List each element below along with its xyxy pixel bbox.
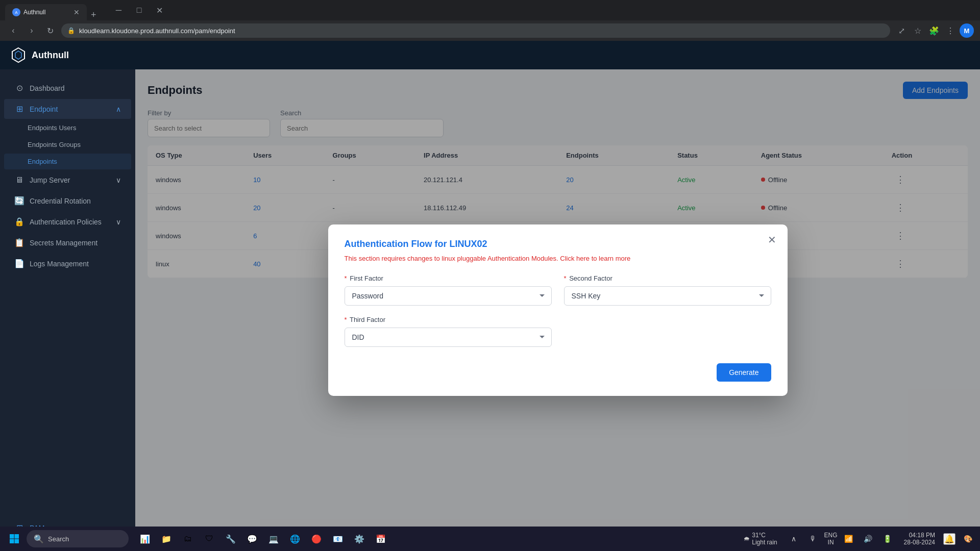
svg-rect-3 bbox=[15, 534, 19, 539]
taskbar-app-icon-1[interactable]: 🔴 bbox=[306, 529, 327, 549]
authentication-flow-modal: ✕ Authentication Flow for LINUX02 This s… bbox=[328, 224, 788, 396]
main-content: Endpoints Add Endpoints Filter by Search bbox=[135, 69, 980, 551]
modal-title-prefix: Authentication Flow for bbox=[345, 239, 450, 249]
tab-label: Authnull bbox=[23, 9, 45, 16]
tab-close-btn[interactable]: ✕ bbox=[74, 8, 80, 16]
sidebar-item-secrets-management[interactable]: 📋 Secrets Management bbox=[4, 233, 131, 253]
sidebar-item-jump-server-label: Jump Server bbox=[30, 176, 70, 184]
logo-icon bbox=[10, 47, 27, 63]
back-button[interactable]: ‹ bbox=[6, 23, 20, 38]
weather-widget: 🌧 31°C Light rain bbox=[740, 532, 781, 546]
mic-icon[interactable]: 🎙 bbox=[805, 531, 821, 547]
sidebar-item-logs-label: Logs Management bbox=[30, 260, 89, 268]
second-factor-group: * Second Factor SSH Key Password DID OTP bbox=[564, 274, 771, 306]
jump-server-icon: 🖥 bbox=[14, 176, 24, 185]
taskbar-bar-chart-icon[interactable]: 📊 bbox=[135, 529, 155, 549]
browser-actions: ⤢ ☆ 🧩 ⋮ M bbox=[894, 23, 974, 38]
sidebar-item-credential-rotation[interactable]: 🔄 Credential Rotation bbox=[4, 191, 131, 211]
screenshot-icon[interactable]: ⤢ bbox=[894, 23, 909, 38]
auth-chevron-icon: ∨ bbox=[116, 218, 121, 226]
taskbar-tool-icon[interactable]: 🔧 bbox=[220, 529, 241, 549]
third-factor-group: * Third Factor DID OTP Password SSH Key bbox=[345, 316, 552, 347]
sound-icon[interactable]: 🔊 bbox=[860, 531, 876, 547]
windows-logo-icon bbox=[9, 534, 19, 544]
wifi-icon[interactable]: 📶 bbox=[841, 531, 857, 547]
browser-toolbar: ‹ › ↻ 🔒 kloudlearn.kloudone.prod.authnul… bbox=[0, 20, 980, 41]
modal-overlay: ✕ Authentication Flow for LINUX02 This s… bbox=[135, 69, 980, 551]
svg-rect-4 bbox=[10, 539, 14, 544]
taskbar-app-icon-2[interactable]: ⚙️ bbox=[349, 529, 370, 549]
browser-tab-authnull[interactable]: A Authnull ✕ bbox=[5, 4, 87, 20]
required-star-1: * bbox=[345, 274, 347, 282]
taskbar-clock[interactable]: 04:18 PM 28-08-2024 bbox=[900, 532, 939, 546]
sidebar-sub-endpoints[interactable]: Endpoints bbox=[4, 154, 131, 169]
generate-button[interactable]: Generate bbox=[717, 363, 771, 382]
sidebar-item-secrets-label: Secrets Management bbox=[30, 239, 97, 247]
sidebar-item-auth-policies-label: Authentication Policies bbox=[30, 218, 102, 226]
modal-warning[interactable]: This section requires changes to linux p… bbox=[345, 255, 771, 262]
taskbar-search[interactable]: 🔍 Search bbox=[27, 530, 129, 547]
fields-row-1: * First Factor Password SSH Key DID OTP bbox=[345, 274, 771, 306]
sidebar-sub-endpoints-users[interactable]: Endpoints Users bbox=[4, 120, 131, 136]
sidebar-item-dashboard-label: Dashboard bbox=[30, 84, 65, 92]
sidebar-item-jump-server[interactable]: 🖥 Jump Server ∨ bbox=[4, 170, 131, 190]
modal-header: Authentication Flow for LINUX02 bbox=[345, 239, 771, 249]
app-name: Authnull bbox=[32, 50, 69, 61]
modal-title: Authentication Flow for LINUX02 bbox=[345, 239, 771, 249]
sidebar-item-dashboard[interactable]: ⊙ Dashboard bbox=[4, 78, 131, 98]
maximize-btn[interactable]: □ bbox=[129, 0, 150, 20]
sidebar-sub-endpoints-groups[interactable]: Endpoints Groups bbox=[4, 137, 131, 153]
second-factor-label: * Second Factor bbox=[564, 274, 771, 282]
sidebar-item-authentication-policies[interactable]: 🔒 Authentication Policies ∨ bbox=[4, 212, 131, 232]
weather-desc: Light rain bbox=[752, 539, 777, 546]
user-avatar[interactable]: M bbox=[960, 23, 974, 38]
taskbar-chrome-icon[interactable]: 🌐 bbox=[285, 529, 305, 549]
required-star-2: * bbox=[564, 274, 567, 282]
credential-rotation-icon: 🔄 bbox=[14, 196, 24, 206]
close-btn[interactable]: ✕ bbox=[150, 0, 170, 20]
start-button[interactable] bbox=[4, 529, 24, 549]
taskbar-calendar-icon[interactable]: 📅 bbox=[371, 529, 391, 549]
authentication-policies-icon: 🔒 bbox=[14, 217, 24, 227]
chevron-up-taskbar-icon[interactable]: ∧ bbox=[786, 531, 802, 547]
app-body: ⊙ Dashboard ⊞ Endpoint ∧ Endpoints Users… bbox=[0, 69, 980, 551]
secrets-management-icon: 📋 bbox=[14, 238, 24, 247]
sidebar-item-credential-rotation-label: Credential Rotation bbox=[30, 197, 91, 205]
endpoint-item-left: ⊞ Endpoint bbox=[14, 104, 58, 114]
forward-button[interactable]: › bbox=[24, 23, 39, 38]
third-factor-select[interactable]: DID OTP Password SSH Key bbox=[345, 328, 552, 347]
modal-title-endpoint: LINUX02 bbox=[449, 239, 487, 249]
address-bar[interactable]: 🔒 kloudlearn.kloudone.prod.authnull.com/… bbox=[61, 23, 890, 38]
taskbar-folder-icon[interactable]: 🗂 bbox=[178, 529, 198, 549]
weather-icon: 🌧 bbox=[744, 535, 750, 542]
notification-bell[interactable]: 🔔 bbox=[943, 533, 955, 545]
bookmark-icon[interactable]: ☆ bbox=[911, 23, 925, 38]
sidebar-item-logs-management[interactable]: 📄 Logs Management bbox=[4, 254, 131, 273]
reload-button[interactable]: ↻ bbox=[43, 23, 57, 38]
taskbar-file-manager-icon[interactable]: 📁 bbox=[156, 529, 177, 549]
search-icon: 🔍 bbox=[34, 534, 44, 544]
endpoints-groups-label: Endpoints Groups bbox=[28, 141, 81, 148]
sidebar: ⊙ Dashboard ⊞ Endpoint ∧ Endpoints Users… bbox=[0, 69, 135, 551]
lock-icon: 🔒 bbox=[67, 27, 75, 34]
new-tab-button[interactable]: + bbox=[91, 10, 96, 20]
taskbar-whatsapp-icon[interactable]: 💬 bbox=[242, 529, 262, 549]
extensions-icon[interactable]: 🧩 bbox=[927, 23, 941, 38]
app-header: Authnull bbox=[0, 41, 980, 69]
second-factor-select[interactable]: SSH Key Password DID OTP bbox=[564, 286, 771, 306]
minimize-btn[interactable]: ─ bbox=[109, 0, 129, 20]
taskbar-shield-icon[interactable]: 🛡 bbox=[199, 529, 219, 549]
taskbar-code-icon[interactable]: 💻 bbox=[263, 529, 284, 549]
taskbar-outlook-icon[interactable]: 📧 bbox=[328, 529, 348, 549]
fields-row-2: * Third Factor DID OTP Password SSH Key bbox=[345, 316, 771, 347]
modal-close-button[interactable]: ✕ bbox=[765, 233, 779, 247]
jump-server-item-left: 🖥 Jump Server bbox=[14, 176, 70, 185]
battery-icon[interactable]: 🔋 bbox=[879, 531, 896, 547]
url-text: kloudlearn.kloudone.prod.authnull.com/pa… bbox=[79, 27, 235, 35]
date-display: 28-08-2024 bbox=[904, 539, 935, 546]
first-factor-select[interactable]: Password SSH Key DID OTP bbox=[345, 286, 552, 306]
time-display: 04:18 PM bbox=[909, 532, 935, 539]
sidebar-item-endpoint[interactable]: ⊞ Endpoint ∧ bbox=[4, 99, 131, 119]
color-icon[interactable]: 🎨 bbox=[960, 531, 976, 547]
menu-icon[interactable]: ⋮ bbox=[943, 23, 958, 38]
